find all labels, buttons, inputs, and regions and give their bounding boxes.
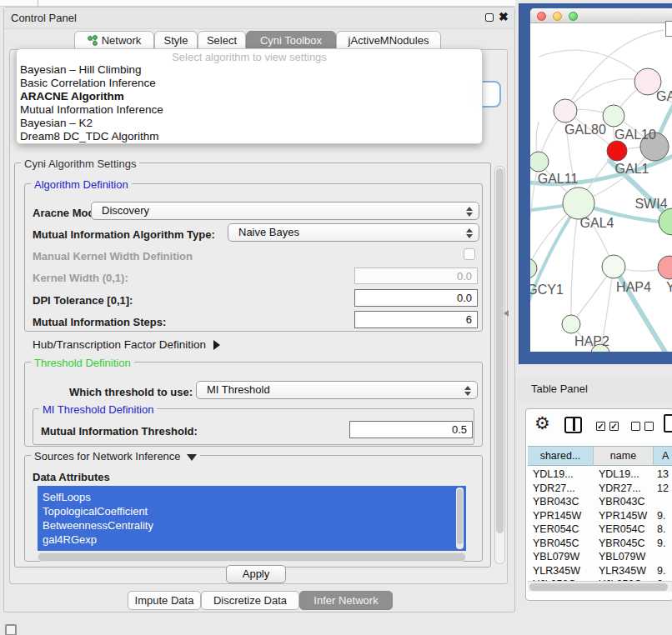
sources-hscrollbar[interactable] [38, 552, 466, 562]
panel-splitter-arrow[interactable] [504, 310, 509, 317]
dropdown-option[interactable]: Basic Correlation Inference [20, 77, 156, 89]
network-canvas[interactable]: GAL GAL80 GAL10 GAL1 GAL11 GAL4 SWI4 GCY… [530, 23, 672, 352]
aracne-mode-select[interactable]: Discovery [91, 202, 479, 220]
file-table-icon[interactable] [664, 414, 672, 432]
manual-kernel-checkbox[interactable] [464, 248, 475, 260]
list-scrollbar-thumb[interactable] [457, 489, 463, 544]
settings-scrollbar-thumb[interactable] [496, 168, 504, 533]
node-gal1-red[interactable] [607, 141, 627, 161]
tab-style[interactable]: Style [154, 31, 198, 50]
close-icon[interactable]: ✖ [499, 10, 509, 23]
tab-impute-data[interactable]: Impute Data [128, 591, 201, 610]
column-header-name[interactable]: name [594, 446, 654, 466]
node-salmon[interactable] [658, 256, 672, 279]
table-row[interactable]: YBL079WYBL079W [528, 550, 672, 564]
tab-select[interactable]: Select [198, 31, 246, 50]
table-cell[interactable]: YBR043C [533, 495, 594, 509]
settings-scrollbar[interactable] [494, 166, 505, 564]
table-row[interactable]: YPR145WYPR145W9. [528, 509, 672, 523]
node-label: SWI4 [634, 197, 667, 211]
data-attributes-list[interactable]: SelfLoops TopologicalCoefficient Between… [38, 486, 466, 551]
table-cell[interactable]: YBL079W [599, 550, 654, 564]
unchecked-checkbox-icon[interactable] [631, 422, 640, 431]
dpi-tolerance-field[interactable]: 0.0 [354, 289, 478, 307]
list-item[interactable]: SelfLoops [43, 490, 466, 504]
mi-type-select[interactable]: Naive Bayes [228, 223, 479, 242]
mi-threshold-field[interactable]: 0.5 [349, 421, 473, 438]
table-cell[interactable] [657, 495, 672, 509]
sources-hscrollbar-thumb[interactable] [38, 553, 465, 561]
table-cell[interactable]: 13 [657, 468, 672, 482]
checked-checkbox-icon[interactable]: ✓ [596, 422, 605, 431]
table-cell[interactable]: YLR345W [599, 564, 654, 578]
table-cell[interactable]: 8. [657, 522, 672, 537]
list-scrollbar[interactable] [456, 488, 464, 549]
table-cell[interactable]: YER054C [533, 522, 594, 537]
network-window-titlebar[interactable] [530, 8, 672, 23]
split-columns-icon[interactable] [564, 417, 582, 433]
unchecked-checkbox-icon[interactable] [644, 422, 654, 431]
checked-checkbox-icon[interactable]: ✓ [609, 422, 619, 431]
table-cell[interactable]: 9. [657, 537, 672, 551]
table-cell[interactable]: YBR043C [599, 495, 654, 509]
list-item[interactable]: gal4RGexp [43, 532, 466, 547]
table-cell[interactable]: YER054C [599, 522, 654, 537]
table-cell[interactable]: 9. [657, 564, 672, 578]
table-row[interactable]: YER054CYER054C8. [528, 522, 672, 537]
which-threshold-select[interactable]: MI Threshold [196, 381, 478, 399]
table-cell[interactable]: YDR27... [599, 482, 654, 496]
node-gal80[interactable] [554, 99, 577, 122]
table-hscrollbar-thumb[interactable] [529, 583, 668, 591]
kernel-width-field[interactable]: 0.0 [354, 268, 478, 284]
table-row[interactable]: YBR045CYBR045C9. [528, 537, 672, 551]
dropdown-option[interactable]: Bayesian – Hill Climbing [20, 63, 142, 76]
table-cell[interactable]: YBR045C [533, 537, 594, 551]
mi-steps-field[interactable]: 6 [354, 311, 478, 328]
table-cell[interactable]: 12 [657, 482, 672, 496]
close-traffic-light[interactable] [537, 12, 546, 21]
node-gcy1[interactable] [530, 258, 537, 278]
table-cell[interactable]: YLR345W [533, 564, 594, 578]
gear-icon[interactable]: ⚙ [534, 413, 550, 433]
table-cell[interactable]: YBL079W [533, 550, 594, 564]
table-row[interactable]: YDR27...YDR27...12 [528, 482, 672, 496]
table-row[interactable]: YLR345WYLR345W9. [528, 564, 672, 578]
column-header-shared[interactable]: shared... [528, 446, 594, 466]
table-cell[interactable]: YDR27... [533, 482, 594, 496]
table-cell[interactable]: YDL19... [599, 468, 654, 482]
node-gal11[interactable] [530, 152, 549, 172]
tab-infer-network[interactable]: Infer Network [299, 591, 393, 610]
tab-jactivemnodules[interactable]: jActiveMNodules [336, 31, 441, 50]
table-cell[interactable]: YDL19... [533, 468, 594, 482]
dropdown-option[interactable]: Dream8 DC_TDC Algorithm [20, 130, 159, 142]
zoom-traffic-light[interactable] [569, 12, 578, 21]
float-panel-icon[interactable] [485, 13, 494, 22]
tab-cyni-toolbox[interactable]: Cyni Toolbox [246, 31, 336, 50]
table-hscrollbar[interactable] [528, 581, 672, 592]
dropdown-option[interactable]: Bayesian – K2 [20, 117, 93, 129]
tab-network[interactable]: Network [74, 31, 154, 50]
table-cell[interactable]: YBR045C [599, 537, 654, 551]
network-window[interactable]: GAL GAL80 GAL10 GAL1 GAL11 GAL4 SWI4 GCY… [530, 8, 672, 352]
table-cell[interactable]: YPR145W [599, 509, 654, 523]
table-cell[interactable]: YPR145W [533, 509, 594, 523]
node-hap2[interactable] [562, 315, 580, 333]
table-cell[interactable] [657, 550, 672, 564]
dropdown-option[interactable]: Mutual Information Inference [20, 103, 163, 116]
apply-button[interactable]: Apply [226, 565, 286, 583]
table-cell[interactable]: 9. [657, 509, 672, 523]
node-gal4[interactable] [563, 188, 594, 219]
dropdown-option-selected[interactable]: ARACNE Algorithm [20, 90, 124, 102]
hub-definition-expander[interactable]: Hub/Transcription Factor Definition [33, 338, 220, 351]
node-hap4[interactable] [602, 255, 625, 278]
minimize-traffic-light[interactable] [553, 12, 562, 21]
dock-panel-icon[interactable] [5, 624, 17, 635]
tab-jactivemnodules-label: jActiveMNodules [349, 34, 429, 47]
table-row[interactable]: YDL19...YDL19...13 [528, 468, 672, 482]
tab-discretize-data[interactable]: Discretize Data [201, 591, 299, 610]
list-item[interactable]: BetweennessCentrality [43, 518, 466, 532]
list-item[interactable]: TopologicalCoefficient [43, 504, 466, 518]
column-header-a[interactable]: A [654, 446, 672, 466]
table-row[interactable]: YBR043CYBR043C [528, 495, 672, 509]
sources-expander[interactable]: Sources for Network Inference [31, 450, 200, 462]
